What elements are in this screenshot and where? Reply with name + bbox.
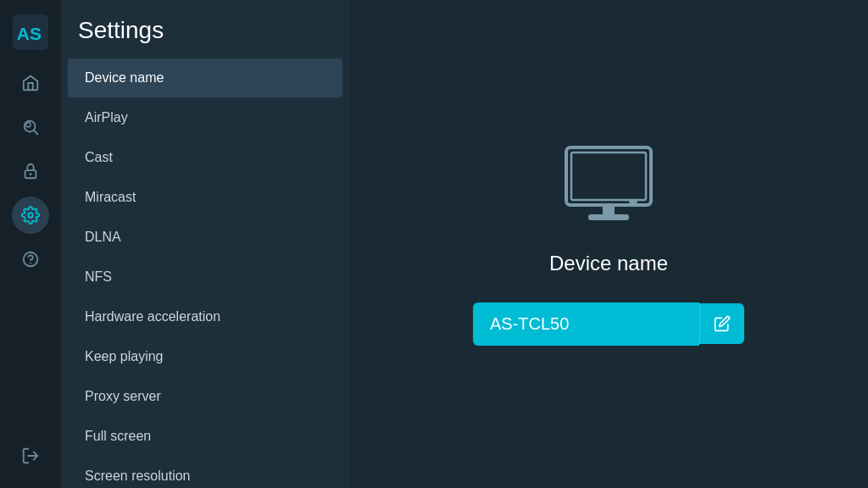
app-logo: AS xyxy=(12,14,49,51)
sidebar-item-exit[interactable] xyxy=(12,437,49,474)
svg-rect-11 xyxy=(571,152,646,200)
sidebar-item-search[interactable] xyxy=(12,108,49,146)
menu-item-full-screen[interactable]: Full screen xyxy=(68,417,342,456)
menu-item-airplay[interactable]: AirPlay xyxy=(68,98,342,137)
monitor-icon xyxy=(558,143,659,228)
settings-title: Settings xyxy=(61,17,349,58)
sidebar-item-home[interactable] xyxy=(12,64,49,102)
settings-panel: Settings Device name AirPlay Cast Miraca… xyxy=(61,0,349,488)
svg-text:AS: AS xyxy=(17,24,42,43)
menu-item-device-name[interactable]: Device name xyxy=(68,58,342,97)
svg-point-8 xyxy=(30,263,31,264)
device-name-value[interactable]: AS-TCL50 xyxy=(473,302,699,346)
main-content: Device name AS-TCL50 xyxy=(349,0,868,488)
device-name-row: AS-TCL50 xyxy=(473,302,744,346)
svg-point-6 xyxy=(28,213,33,218)
menu-item-dlna[interactable]: DLNA xyxy=(68,218,342,257)
svg-point-3 xyxy=(26,123,31,128)
sidebar-nav: AS xyxy=(0,0,61,488)
edit-icon xyxy=(714,315,731,332)
device-icon-container xyxy=(558,143,659,231)
menu-item-miracast[interactable]: Miracast xyxy=(68,178,342,217)
menu-item-cast[interactable]: Cast xyxy=(68,138,342,177)
menu-item-screen-resolution[interactable]: Screen resolution xyxy=(68,457,342,488)
menu-item-nfs[interactable]: NFS xyxy=(68,258,342,297)
device-name-heading: Device name xyxy=(549,252,668,275)
sidebar-item-settings[interactable] xyxy=(12,197,49,234)
svg-point-5 xyxy=(30,173,32,175)
menu-item-proxy-server[interactable]: Proxy server xyxy=(68,377,342,416)
sidebar-item-help[interactable] xyxy=(12,241,49,278)
svg-rect-13 xyxy=(588,214,629,220)
svg-rect-12 xyxy=(603,205,615,215)
sidebar-item-lock[interactable] xyxy=(12,152,49,190)
edit-device-name-button[interactable] xyxy=(699,303,744,344)
svg-rect-10 xyxy=(566,147,651,205)
svg-rect-14 xyxy=(629,200,637,203)
menu-item-keep-playing[interactable]: Keep playing xyxy=(68,337,342,376)
menu-item-hardware-acceleration[interactable]: Hardware acceleration xyxy=(68,297,342,336)
